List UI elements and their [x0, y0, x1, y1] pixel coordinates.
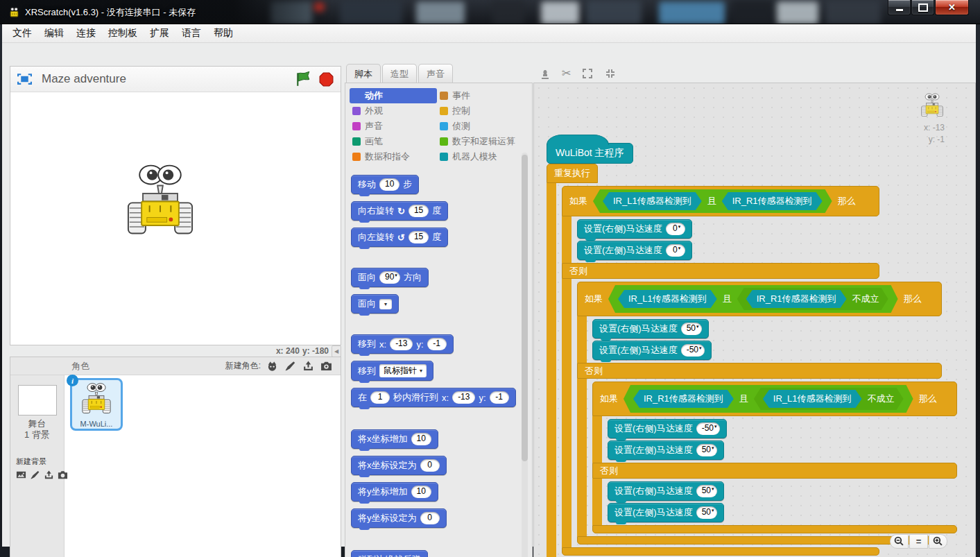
speed-dropdown[interactable]: -50▾	[696, 422, 720, 435]
speed-dropdown[interactable]: 50▾	[696, 485, 717, 497]
close-button[interactable]: ✕	[935, 0, 969, 15]
menu-language[interactable]: 语言	[175, 25, 207, 42]
new-sprite-library-icon[interactable]	[266, 360, 278, 372]
degrees-input[interactable]: 15	[409, 205, 429, 217]
backdrop-library-icon[interactable]	[16, 470, 26, 480]
and-operator[interactable]: IR_L1传感器检测到 且 IR_R1传感器检测到 不成立	[608, 285, 898, 313]
delete-scissors-icon[interactable]: ✂	[562, 67, 571, 80]
block-set-y[interactable]: 将y坐标设定为 0	[351, 508, 447, 528]
block-bounce-on-edge[interactable]: 碰到边缘就反弹	[351, 550, 428, 557]
minimize-button[interactable]	[888, 0, 911, 15]
degrees-input[interactable]: 15	[409, 231, 429, 243]
menu-board[interactable]: 控制板	[102, 25, 144, 42]
if2-header[interactable]: 如果 IR_L1传感器检测到 且 IR_R1传感器检测到 不成立	[577, 282, 942, 316]
set-right-motor-block[interactable]: 设置(右侧)马达速度 0▾	[577, 219, 692, 239]
speed-dropdown[interactable]: 50▾	[696, 444, 717, 456]
category-operators[interactable]: 数字和逻辑运算	[437, 134, 527, 149]
sensor-ir-r1[interactable]: IR_R1传感器检测到	[633, 390, 734, 408]
sprite-info-icon[interactable]: i	[67, 375, 78, 386]
stage-sprite-robot[interactable]	[127, 164, 194, 238]
block-point-direction[interactable]: 面向 90▾ 方向	[351, 268, 429, 287]
category-robot[interactable]: 机器人模块	[437, 149, 527, 164]
set-left-motor-block[interactable]: 设置(左侧)马达速度 -50▾	[592, 341, 712, 360]
block-set-x[interactable]: 将x坐标设定为 0	[351, 456, 447, 475]
speed-dropdown[interactable]: 0▾	[666, 223, 685, 235]
sensor-ir-l1[interactable]: IR_L1传感器检测到	[618, 290, 717, 308]
duplicate-stamp-icon[interactable]	[539, 67, 551, 80]
palette-scrollbar[interactable]	[522, 153, 528, 557]
tab-scripts[interactable]: 脚本	[346, 64, 381, 84]
if1-footer[interactable]	[562, 547, 879, 556]
upload-backdrop-icon[interactable]	[44, 470, 54, 480]
if1-header[interactable]: 如果 IR_L1传感器检测到 且 IR_R1传感器检测到 那么	[562, 186, 879, 216]
y-input[interactable]: -1	[427, 338, 447, 350]
menu-edit[interactable]: 编辑	[38, 25, 70, 42]
seconds-input[interactable]: 1	[370, 391, 390, 404]
grow-sprite-icon[interactable]	[581, 67, 594, 80]
set-right-motor-block[interactable]: 设置(右侧)马达速度 50▾	[608, 481, 724, 501]
sensor-ir-l1[interactable]: IR_L1传感器检测到	[603, 192, 702, 210]
not-operator[interactable]: IR_R1传感器检测到 不成立	[737, 288, 888, 310]
category-looks[interactable]: 外观	[350, 103, 437, 119]
speed-dropdown[interactable]: 0▾	[666, 244, 685, 257]
category-data[interactable]: 数据和指令	[350, 149, 437, 164]
stop-icon[interactable]	[319, 72, 334, 87]
forever-header[interactable]: 重复执行	[547, 164, 598, 183]
speed-dropdown[interactable]: 50▾	[681, 323, 702, 335]
category-events[interactable]: 事件	[437, 88, 527, 103]
block-goto-xy[interactable]: 移到 x: -13 y: -1	[351, 334, 454, 354]
block-point-towards[interactable]: 面向 ▾	[351, 294, 399, 314]
speed-dropdown[interactable]: 50▾	[696, 506, 717, 519]
set-right-motor-block[interactable]: 设置(右侧)马达速度 -50▾	[608, 419, 727, 438]
menu-connect[interactable]: 连接	[70, 25, 102, 42]
zoom-reset-button[interactable]: =	[909, 534, 928, 549]
hat-block-wulibot-main[interactable]: WuLiBot 主程序	[547, 143, 633, 164]
stage-thumbnail[interactable]	[18, 385, 57, 415]
script-area[interactable]: x: -13 y: -1 WuLiBot 主程序 重复执行 如果	[533, 83, 976, 557]
not-operator[interactable]: IR_L1传感器检测到 不成立	[754, 388, 904, 410]
steps-input[interactable]: 10	[379, 178, 399, 191]
set-left-motor-block[interactable]: 设置(左侧)马达速度 0▾	[577, 241, 692, 260]
zoom-in-button[interactable]	[929, 534, 947, 549]
titlebar[interactable]: XRScratch(v1.6.3) - 没有连接串口 - 未保存 ✕	[0, 0, 980, 24]
if3-header[interactable]: 如果 IR_R1传感器检测到 且 IR_L1传感器检测到	[592, 382, 957, 416]
speed-dropdown[interactable]: -50▾	[681, 344, 705, 357]
if2-footer[interactable]	[577, 536, 942, 545]
sensor-ir-r1[interactable]: IR_R1传感器检测到	[722, 192, 823, 210]
block-change-x[interactable]: 将x坐标增加 10	[351, 429, 438, 449]
palette-scrollbar-thumb[interactable]	[522, 155, 528, 461]
camera-backdrop-icon[interactable]	[58, 470, 68, 480]
tab-sounds[interactable]: 声音	[418, 64, 453, 83]
zoom-out-button[interactable]	[890, 534, 909, 549]
category-pen[interactable]: 画笔	[350, 134, 437, 149]
paint-new-sprite-icon[interactable]	[284, 360, 296, 372]
set-left-motor-block[interactable]: 设置(左侧)马达速度 50▾	[608, 503, 724, 522]
goto-target-dropdown[interactable]: 鼠标指针▾	[379, 364, 427, 377]
direction-dropdown[interactable]: 90▾	[379, 271, 400, 284]
block-glide[interactable]: 在 1 秒内滑行到 x: -13 y: -1	[351, 388, 516, 407]
fullscreen-icon[interactable]	[17, 74, 32, 85]
collapse-stage-arrow-icon[interactable]: ◀	[332, 345, 341, 357]
and-operator[interactable]: IR_R1传感器检测到 且 IR_L1传感器检测到 不成立	[624, 385, 913, 413]
project-title[interactable]: Maze adventure	[42, 72, 295, 86]
x-input[interactable]: -13	[390, 338, 413, 350]
sensor-ir-l1[interactable]: IR_L1传感器检测到	[763, 390, 862, 408]
camera-sprite-icon[interactable]	[320, 360, 332, 372]
value-input[interactable]: 10	[411, 433, 431, 445]
value-input[interactable]: 10	[411, 486, 431, 498]
if3-else-bar[interactable]: 否则	[592, 463, 957, 479]
set-right-motor-block[interactable]: 设置(右侧)马达速度 50▾	[592, 319, 709, 339]
block-turn-right[interactable]: 向右旋转 ↻ 15 度	[351, 201, 448, 221]
category-sensing[interactable]: 侦测	[437, 119, 527, 134]
category-sound[interactable]: 声音	[350, 119, 437, 134]
if1-else-bar[interactable]: 否则	[562, 263, 879, 279]
value-input[interactable]: 0	[420, 512, 440, 524]
green-flag-icon[interactable]	[295, 71, 312, 87]
sensor-ir-r1[interactable]: IR_R1传感器检测到	[746, 290, 847, 308]
if3-footer[interactable]	[592, 525, 957, 533]
tab-costumes[interactable]: 造型	[382, 64, 417, 83]
upload-sprite-icon[interactable]	[302, 360, 314, 372]
towards-dropdown[interactable]: ▾	[379, 299, 392, 309]
category-motion[interactable]: 动作	[350, 88, 437, 103]
set-left-motor-block[interactable]: 设置(左侧)马达速度 50▾	[608, 440, 724, 460]
